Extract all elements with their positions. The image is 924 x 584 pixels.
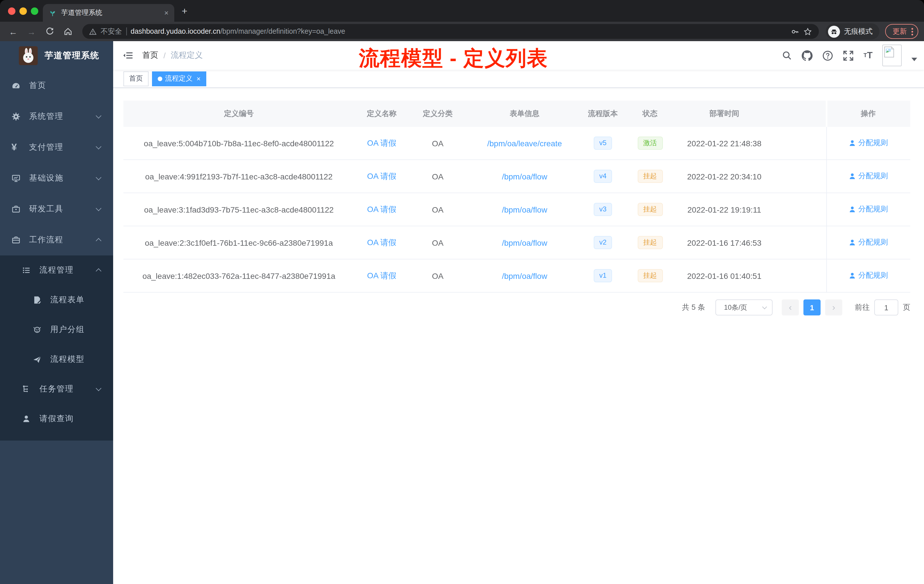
form-link[interactable]: /bpm/oa/flow — [502, 238, 548, 247]
macos-minimize-button[interactable] — [20, 7, 27, 15]
assign-rule-button[interactable]: 分配规则 — [848, 271, 888, 281]
sidebar-item-infra[interactable]: 基础设施 — [0, 163, 113, 194]
chevron-up-icon — [96, 268, 101, 274]
tab-title: 芋道管理系统 — [61, 8, 160, 18]
new-tab-button[interactable]: + — [182, 6, 187, 16]
home-button[interactable] — [61, 24, 76, 39]
app-title: 芋道管理系统 — [45, 50, 99, 61]
tab-close-icon[interactable]: × — [164, 8, 168, 17]
status-badge: 挂起 — [637, 236, 663, 249]
form-link[interactable]: /bpm/oa/leave/create — [487, 139, 562, 148]
cell-deploy-time: 2022-01-22 20:34:10 — [677, 172, 771, 181]
goto-label: 前往 — [855, 302, 870, 313]
form-link[interactable]: /bpm/oa/flow — [502, 172, 548, 181]
sidebar-item-leave-query[interactable]: 请假查询 — [0, 404, 113, 434]
sidebar-item-payment[interactable]: ¥ 支付管理 — [0, 132, 113, 163]
password-key-icon[interactable] — [791, 27, 799, 36]
reload-button[interactable] — [42, 24, 57, 39]
browser-toolbar: ← → 不安全 dashboard.yudao.iocoder.cn/bpm/m… — [0, 22, 924, 41]
help-icon[interactable] — [822, 50, 833, 61]
next-page-button[interactable]: › — [825, 299, 842, 315]
sidebar-item-system[interactable]: 系统管理 — [0, 101, 113, 132]
navbar-actions: TT — [782, 41, 917, 70]
status-badge: 激活 — [637, 136, 663, 150]
page-size-select[interactable]: 10条/页 — [715, 299, 772, 315]
incognito-badge: 无痕模式 — [826, 23, 879, 40]
incognito-icon — [828, 25, 840, 38]
chevron-down-icon — [96, 144, 101, 149]
incognito-label: 无痕模式 — [844, 26, 873, 36]
github-icon[interactable] — [802, 50, 813, 61]
sprout-favicon-icon — [49, 9, 56, 17]
assign-rule-button[interactable]: 分配规则 — [848, 138, 888, 148]
chevron-down-icon — [96, 175, 101, 180]
sidebar-toggle-icon[interactable] — [123, 51, 133, 60]
security-warning-icon — [89, 28, 97, 35]
cell-category: OA — [409, 139, 466, 148]
font-size-icon[interactable]: TT — [863, 51, 873, 60]
definition-name-link[interactable]: OA 请假 — [367, 138, 396, 147]
cell-deploy-time: 2022-01-16 17:46:53 — [677, 238, 771, 247]
assign-rule-button[interactable]: 分配规则 — [848, 238, 888, 248]
avatar-broken-image[interactable] — [882, 45, 902, 66]
logo-avatar — [19, 46, 38, 65]
browser-tab[interactable]: 芋道管理系统 × — [43, 4, 174, 22]
navbar: 首页 / 流程定义 流程模型 - 定义列表 — [113, 41, 924, 70]
assign-rule-button[interactable]: 分配规则 — [848, 171, 888, 181]
form-link[interactable]: /bpm/oa/flow — [502, 271, 548, 280]
sidebar-item-home[interactable]: 首页 — [0, 70, 113, 101]
sidebar-item-devtools[interactable]: 研发工具 — [0, 194, 113, 224]
red-annotation-text: 流程模型 - 定义列表 — [359, 45, 548, 73]
sidebar-item-process-model[interactable]: 流程模型 — [0, 345, 113, 374]
definition-name-link[interactable]: OA 请假 — [367, 204, 396, 213]
workflow-icon — [12, 236, 21, 244]
sidebar-item-workflow[interactable]: 工作流程 — [0, 224, 113, 256]
sidebar-item-process-form[interactable]: 流程表单 — [0, 285, 113, 315]
app-logo[interactable]: 芋道管理系统 — [0, 41, 113, 70]
definition-name-link[interactable]: OA 请假 — [367, 271, 396, 280]
cell-id: oa_leave:4:991f2193-7b7f-11ec-a3c8-acde4… — [124, 172, 354, 181]
table-body: oa_leave:5:004b710b-7b8a-11ec-8ef0-acde4… — [124, 127, 910, 292]
back-button[interactable]: ← — [6, 24, 21, 39]
app-root: 芋道管理系统 首页 系统管理 ¥ 支付管理 — [0, 41, 924, 584]
breadcrumb-home[interactable]: 首页 — [142, 50, 158, 61]
main-panel: 首页 / 流程定义 流程模型 - 定义列表 — [113, 41, 924, 584]
browser-window: 芋道管理系统 × + ← → 不安全 dashboard.yudao.iocod… — [0, 0, 924, 584]
sidebar: 芋道管理系统 首页 系统管理 ¥ 支付管理 — [0, 41, 113, 584]
sidebar-item-user-group[interactable]: 用户分组 — [0, 315, 113, 345]
dashboard-icon — [12, 81, 21, 90]
tag-close-icon[interactable]: × — [196, 74, 201, 82]
goto-page-input[interactable] — [874, 299, 898, 315]
browser-menu-icon[interactable] — [911, 28, 913, 35]
sidebar-item-process-mgmt[interactable]: 流程管理 — [0, 256, 113, 285]
user-menu-caret-icon[interactable] — [911, 58, 917, 61]
table-row: oa_leave:2:3c1f0ef1-76b1-11ec-9c66-a2380… — [124, 226, 910, 259]
version-badge: v4 — [594, 170, 612, 183]
form-link[interactable]: /bpm/oa/flow — [502, 205, 548, 214]
sidebar-item-task-mgmt[interactable]: 任务管理 — [0, 374, 113, 404]
tag-home[interactable]: 首页 — [124, 71, 148, 86]
macos-zoom-button[interactable] — [31, 7, 38, 15]
page-number-1[interactable]: 1 — [804, 299, 820, 315]
breadcrumb-separator: / — [163, 51, 166, 60]
assign-rule-button[interactable]: 分配规则 — [848, 204, 888, 214]
update-button[interactable]: 更新 — [885, 24, 918, 39]
status-badge: 挂起 — [637, 203, 663, 216]
prev-page-button[interactable]: ‹ — [782, 299, 799, 315]
tag-process-definition[interactable]: 流程定义 × — [152, 71, 206, 86]
url-text: dashboard.yudao.iocoder.cn/bpm/manager/d… — [130, 27, 787, 35]
page-content: 定义编号 定义名称 定义分类 表单信息 流程版本 状态 部署时间 操作 oa_l… — [113, 88, 924, 584]
fullscreen-icon[interactable] — [843, 50, 854, 61]
bookmark-star-icon[interactable] — [804, 27, 812, 36]
forward-button[interactable]: → — [24, 24, 39, 39]
table-row: oa_leave:1:482ec033-762a-11ec-8477-a2380… — [124, 259, 910, 292]
cell-category: OA — [409, 172, 466, 181]
definition-name-link[interactable]: OA 请假 — [367, 238, 396, 247]
definition-name-link[interactable]: OA 请假 — [367, 171, 396, 180]
browser-chrome: 芋道管理系统 × + ← → 不安全 dashboard.yudao.iocod… — [0, 0, 924, 41]
tab-strip: 芋道管理系统 × + — [0, 0, 924, 22]
macos-close-button[interactable] — [8, 7, 15, 15]
search-icon[interactable] — [782, 50, 792, 61]
cell-deploy-time: 2022-01-22 19:19:11 — [677, 205, 771, 214]
address-bar[interactable]: 不安全 dashboard.yudao.iocoder.cn/bpm/manag… — [82, 24, 819, 39]
